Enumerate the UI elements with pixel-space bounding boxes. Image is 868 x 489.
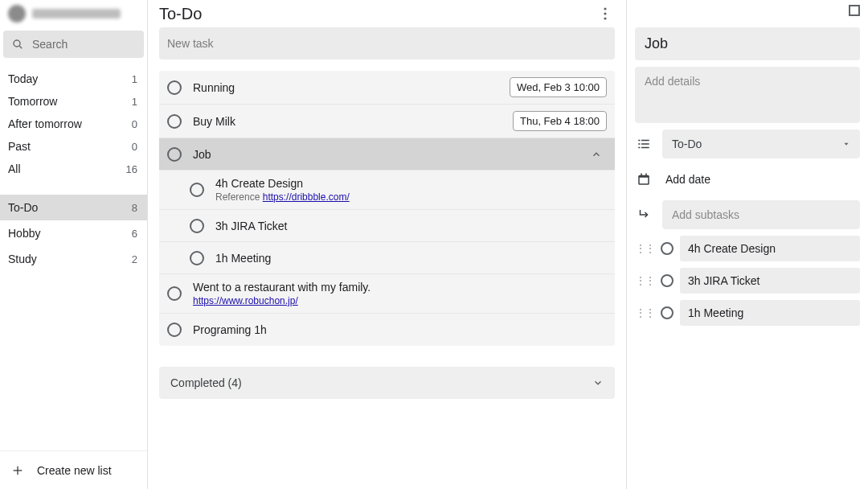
- detail-description-input[interactable]: Add details: [635, 67, 860, 123]
- svg-rect-12: [641, 147, 649, 149]
- more-options-button[interactable]: [596, 4, 615, 23]
- detail-list-select[interactable]: To-Do: [662, 129, 860, 158]
- drag-handle-icon[interactable]: ⋮⋮: [635, 242, 654, 255]
- profile-row[interactable]: [0, 0, 147, 27]
- drag-handle-icon[interactable]: ⋮⋮: [635, 306, 654, 319]
- task-title: 4h Create Design: [215, 177, 607, 190]
- task-link[interactable]: https://www.robuchon.jp/: [193, 295, 607, 306]
- filter-tomorrow[interactable]: Tomorrow1: [0, 90, 147, 113]
- new-task-placeholder: New task: [167, 37, 214, 50]
- checkbox-circle-icon[interactable]: [190, 251, 204, 265]
- svg-rect-18: [640, 178, 649, 184]
- page-title: To-Do: [159, 5, 202, 23]
- chevron-up-icon[interactable]: [591, 149, 607, 160]
- detail-subtask-row[interactable]: ⋮⋮ 4h Create Design: [635, 236, 860, 261]
- task-date-chip[interactable]: Thu, Feb 4 18:00: [513, 111, 607, 131]
- task-row-subtask[interactable]: 1h Meeting: [159, 242, 615, 274]
- svg-rect-9: [638, 147, 640, 149]
- checkbox-circle-icon[interactable]: [190, 219, 204, 233]
- task-row[interactable]: Programing 1h: [159, 314, 615, 346]
- list-study[interactable]: Study2: [0, 246, 147, 272]
- completed-section-toggle[interactable]: Completed (4): [159, 367, 615, 399]
- detail-subtask-label[interactable]: 3h JIRA Ticket: [680, 268, 860, 294]
- list-hobby[interactable]: Hobby6: [0, 220, 147, 246]
- task-row[interactable]: Went to a restaurant with my family. htt…: [159, 274, 615, 314]
- profile-name-placeholder: [32, 9, 121, 18]
- detail-subtask-label[interactable]: 1h Meeting: [680, 300, 860, 326]
- svg-rect-7: [638, 140, 640, 142]
- filter-all[interactable]: All16: [0, 158, 147, 180]
- checkbox-circle-icon[interactable]: [167, 80, 182, 95]
- filter-past[interactable]: Past0: [0, 135, 147, 158]
- task-note: Reference https://dribbble.com/: [215, 191, 607, 203]
- svg-rect-17: [645, 174, 647, 177]
- completed-label: Completed (4): [170, 376, 242, 389]
- checkbox-circle-icon[interactable]: [190, 183, 204, 197]
- task-row[interactable]: Running Wed, Feb 3 10:00: [159, 71, 615, 105]
- avatar: [8, 5, 26, 23]
- checkbox-circle-icon[interactable]: [167, 147, 182, 162]
- more-vertical-icon: [604, 7, 607, 20]
- task-list: Running Wed, Feb 3 10:00 Buy Milk Thu, F…: [159, 71, 615, 346]
- checkbox-circle-icon[interactable]: [167, 114, 182, 129]
- svg-rect-11: [641, 143, 649, 145]
- search-input[interactable]: [32, 38, 136, 51]
- chevron-down-icon: [592, 377, 604, 388]
- dropdown-caret-icon: [842, 140, 850, 148]
- svg-rect-10: [641, 140, 649, 142]
- main-panel: To-Do New task Running Wed, Feb 3 10:00 …: [148, 0, 627, 489]
- task-row-subtask[interactable]: 3h JIRA Ticket: [159, 210, 615, 242]
- task-row[interactable]: Buy Milk Thu, Feb 4 18:00: [159, 105, 615, 138]
- task-title: 3h JIRA Ticket: [215, 220, 607, 232]
- task-row-selected[interactable]: Job: [159, 138, 615, 171]
- list-todo[interactable]: To-Do8: [0, 195, 147, 220]
- search-box[interactable]: [3, 31, 144, 58]
- new-task-input[interactable]: New task: [159, 27, 615, 60]
- search-icon: [11, 38, 24, 51]
- task-title: Buy Milk: [193, 115, 502, 128]
- svg-rect-16: [641, 174, 642, 177]
- checkbox-circle-icon[interactable]: [661, 274, 674, 287]
- svg-point-4: [604, 7, 606, 10]
- filter-after-tomorrow[interactable]: After tomorrow0: [0, 113, 147, 135]
- popout-icon[interactable]: [849, 5, 860, 16]
- task-title: Went to a restaurant with my family.: [193, 281, 607, 294]
- create-new-list-label: Create new list: [37, 464, 112, 477]
- task-title: 1h Meeting: [215, 252, 607, 265]
- checkbox-circle-icon[interactable]: [661, 306, 674, 319]
- checkbox-circle-icon[interactable]: [167, 323, 182, 337]
- svg-marker-13: [845, 143, 849, 146]
- svg-point-5: [604, 12, 606, 14]
- task-title: Running: [193, 81, 498, 94]
- task-row-subtask[interactable]: 4h Create Design Reference https://dribb…: [159, 171, 615, 210]
- sidebar: Today1 Tomorrow1 After tomorrow0 Past0 A…: [0, 0, 148, 489]
- filter-list: Today1 Tomorrow1 After tomorrow0 Past0 A…: [0, 64, 147, 183]
- svg-rect-8: [638, 143, 640, 145]
- calendar-icon: [635, 172, 653, 187]
- add-subtasks-input[interactable]: Add subtasks: [662, 200, 860, 229]
- detail-subtask-row[interactable]: ⋮⋮ 1h Meeting: [635, 300, 860, 326]
- subtask-arrow-icon: [635, 208, 653, 222]
- create-new-list-button[interactable]: Create new list: [0, 450, 147, 489]
- checkbox-circle-icon[interactable]: [661, 242, 674, 255]
- filter-today[interactable]: Today1: [0, 68, 147, 90]
- plus-icon: [11, 464, 24, 477]
- detail-subtask-row[interactable]: ⋮⋮ 3h JIRA Ticket: [635, 268, 860, 294]
- add-date-button[interactable]: Add date: [662, 165, 860, 194]
- task-lists: To-Do8 Hobby6 Study2: [0, 183, 147, 272]
- svg-line-1: [19, 46, 22, 48]
- drag-handle-icon[interactable]: ⋮⋮: [635, 274, 654, 287]
- task-title: Job: [193, 148, 579, 161]
- details-panel: Job Add details To-Do Add date Add subta…: [627, 0, 868, 489]
- task-link[interactable]: https://dribbble.com/: [263, 191, 350, 203]
- list-icon: [635, 137, 653, 151]
- task-title: Programing 1h: [193, 323, 607, 336]
- detail-subtask-label[interactable]: 4h Create Design: [680, 236, 860, 261]
- detail-list-value: To-Do: [672, 138, 702, 150]
- svg-point-0: [14, 40, 20, 47]
- detail-title-input[interactable]: Job: [635, 27, 860, 60]
- task-date-chip[interactable]: Wed, Feb 3 10:00: [510, 77, 607, 97]
- svg-point-6: [604, 17, 606, 19]
- checkbox-circle-icon[interactable]: [167, 286, 182, 301]
